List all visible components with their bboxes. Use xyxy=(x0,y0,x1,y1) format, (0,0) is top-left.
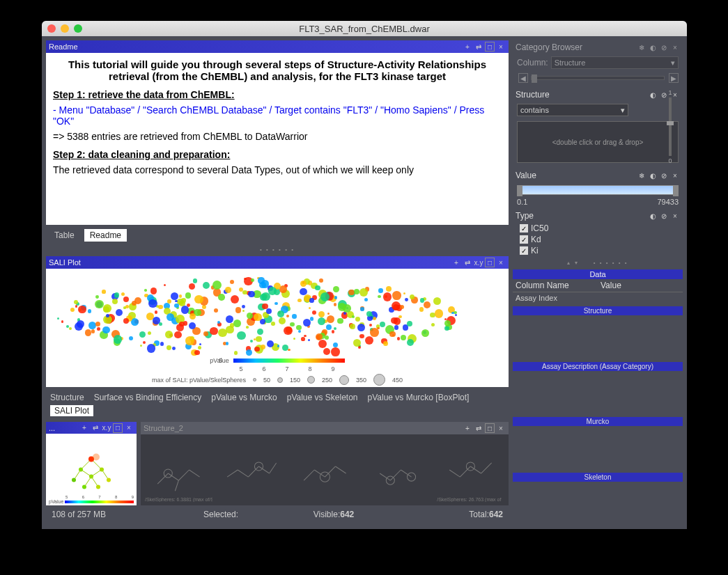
structure-filter-header: Structure ◐ ⊘ × xyxy=(513,88,683,102)
structure-dropzone[interactable]: <double click or drag & drop> xyxy=(517,121,679,163)
divider-icon[interactable]: • • • • • • xyxy=(46,246,509,253)
molecule-cell[interactable] xyxy=(217,437,287,503)
tab-readme[interactable]: Readme xyxy=(84,229,127,242)
prev-icon[interactable]: ◀ xyxy=(518,73,528,83)
snowflake-icon[interactable]: ❄ xyxy=(637,42,646,52)
link-icon[interactable]: ⇄ xyxy=(474,423,483,433)
link-icon[interactable]: ⇄ xyxy=(463,258,472,267)
data-section-assay[interactable]: Assay Description (Assay Category) xyxy=(513,362,683,371)
divider-icon[interactable]: ▴ ▾ • • • • • • xyxy=(513,259,683,267)
data-panel: Data Column Name Value Assay Index Struc… xyxy=(513,269,683,525)
readme-panel-title: Readme xyxy=(49,42,78,51)
svg-line-18 xyxy=(168,473,178,480)
mini-panel-header: ... + ⇄ x.y □ × xyxy=(46,422,137,434)
yinyang-icon[interactable]: ◐ xyxy=(648,211,658,221)
yinyang-icon[interactable]: ◐ xyxy=(648,171,658,180)
svg-line-30 xyxy=(314,470,325,477)
main-tabs: Table Readme xyxy=(46,228,509,243)
checkbox-ic50[interactable]: ✓IC50 xyxy=(513,223,683,234)
data-section-structure[interactable]: Structure xyxy=(513,306,683,315)
plus-icon[interactable]: + xyxy=(79,423,89,433)
titlebar: FLT3_SAR_from_ChEMBL.dwar xyxy=(42,21,687,36)
svg-line-29 xyxy=(304,470,314,480)
size-dot-icon xyxy=(277,377,283,383)
snowflake-icon[interactable]: ❄ xyxy=(637,171,646,180)
tab-pv-murcko[interactable]: pValue vs Murcko xyxy=(211,393,277,402)
readme-step1-label: Step 1: retrieve the data from ChEMBL: xyxy=(53,89,502,100)
molecule-cell[interactable]: /SkelSpheres: 6.3881 (max of/SkelSpheres… xyxy=(144,437,214,503)
svg-point-22 xyxy=(164,469,172,478)
type-filter-header: Type ◐ ⊘ × xyxy=(513,209,683,223)
structure2-grid[interactable]: /SkelSpheres: 6.3881 (max of/SkelSpheres… xyxy=(141,434,509,505)
size-dot-icon xyxy=(253,378,256,381)
molecule-cell[interactable] xyxy=(362,437,433,503)
next-icon[interactable]: ▶ xyxy=(669,73,679,83)
maximize-icon[interactable]: □ xyxy=(485,42,495,52)
svg-line-17 xyxy=(157,473,168,484)
tab-surface[interactable]: Surface vs Binding Efficiency xyxy=(94,393,202,402)
close-icon[interactable]: × xyxy=(496,258,506,267)
value-min: 0.1 xyxy=(517,198,527,206)
value-max: 79433 xyxy=(657,198,679,206)
tab-sali[interactable]: SALI Plot xyxy=(50,405,93,416)
close-icon[interactable]: × xyxy=(670,171,680,180)
maximize-icon[interactable]: □ xyxy=(485,258,495,267)
sali-legend: pValue 5 5 6 7 8 9 m xyxy=(46,357,509,386)
svg-point-13 xyxy=(107,478,111,482)
checkbox-ki[interactable]: ✓Ki xyxy=(513,245,683,256)
data-section-skeleton[interactable]: Skeleton xyxy=(513,473,683,482)
svg-line-31 xyxy=(325,466,335,477)
plus-icon[interactable]: + xyxy=(463,42,472,52)
mini-plot[interactable]: pValue 5 6 7 8 9 xyxy=(46,434,137,505)
xy-icon[interactable]: x.y xyxy=(102,423,111,433)
maximize-icon[interactable]: □ xyxy=(485,423,495,433)
readme-content: This tutorial will guide you through sev… xyxy=(46,53,509,225)
svg-line-35 xyxy=(391,470,401,480)
svg-line-40 xyxy=(460,466,470,477)
svg-point-16 xyxy=(96,485,100,489)
tab-table[interactable]: Table xyxy=(49,229,80,242)
yinyang-icon[interactable]: ◐ xyxy=(648,90,658,100)
svg-line-26 xyxy=(258,466,269,473)
value-filter-header: Value ❄ ◐ ⊘ × xyxy=(513,168,683,182)
value-range-slider[interactable] xyxy=(517,185,679,195)
disable-icon[interactable]: ⊘ xyxy=(659,171,669,180)
close-icon[interactable]: × xyxy=(496,423,506,433)
svg-point-12 xyxy=(72,478,76,482)
memory-status: 108 of 257 MB xyxy=(52,510,164,519)
window-title: FLT3_SAR_from_ChEMBL.dwar xyxy=(42,24,687,34)
plus-icon[interactable]: + xyxy=(463,423,472,433)
tab-pv-skeleton[interactable]: pValue vs Skeleton xyxy=(287,393,358,402)
svg-point-11 xyxy=(100,468,104,472)
link-icon[interactable]: ⇄ xyxy=(474,42,483,52)
molecule-cell[interactable]: /SkelSpheres: 26.763 (max of xyxy=(435,437,506,503)
xy-icon[interactable]: x.y xyxy=(474,258,483,267)
plus-icon[interactable]: + xyxy=(451,258,461,267)
tab-structure[interactable]: Structure xyxy=(50,393,84,402)
maximize-icon[interactable]: □ xyxy=(113,423,123,433)
molecule-cell[interactable] xyxy=(290,437,360,503)
close-icon[interactable]: × xyxy=(124,423,134,433)
chevron-down-icon: ▾ xyxy=(671,58,675,68)
link-icon[interactable]: ⇄ xyxy=(91,423,100,433)
data-section-murcko[interactable]: Murcko xyxy=(513,417,683,426)
readme-panel-header: Readme + ⇄ □ × xyxy=(46,40,509,53)
similarity-slider[interactable]: 1 0 xyxy=(662,88,679,166)
data-row[interactable]: Assay Index xyxy=(513,292,683,304)
column-select[interactable]: Structure▾ xyxy=(551,56,679,69)
svg-line-34 xyxy=(380,473,391,480)
svg-line-21 xyxy=(175,480,178,491)
structure-mode-select[interactable]: contains▾ xyxy=(517,104,628,116)
category-slider[interactable] xyxy=(531,76,665,80)
disable-icon[interactable]: ⊘ xyxy=(659,211,669,221)
sali-scatter-plot[interactable]: pValue 5 5 6 7 8 9 m xyxy=(46,269,509,387)
size-dot-icon xyxy=(373,374,385,386)
svg-point-10 xyxy=(79,468,83,472)
gear-icon[interactable]: ◐ xyxy=(648,42,658,52)
close-icon[interactable]: × xyxy=(670,211,680,221)
checkbox-kd[interactable]: ✓Kd xyxy=(513,234,683,245)
close-icon[interactable]: × xyxy=(496,42,506,52)
close-icon[interactable]: × xyxy=(670,42,680,52)
disable-icon[interactable]: ⊘ xyxy=(659,42,669,52)
tab-pv-murcko-box[interactable]: pValue vs Murcko [BoxPlot] xyxy=(368,393,470,402)
